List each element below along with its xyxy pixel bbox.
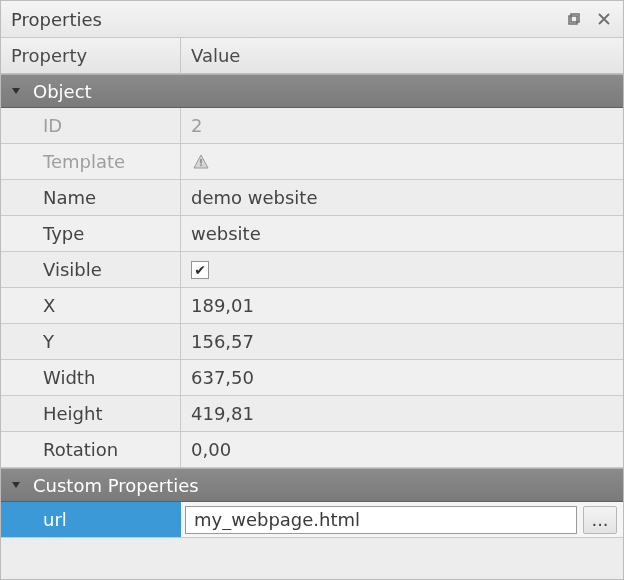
chevron-down-icon — [9, 85, 23, 97]
label-x: X — [1, 288, 181, 323]
label-width: Width — [1, 360, 181, 395]
section-custom-label: Custom Properties — [33, 475, 199, 496]
value-height[interactable]: 419,81 — [181, 396, 623, 431]
url-input[interactable] — [185, 506, 577, 534]
label-rotation: Rotation — [1, 432, 181, 467]
row-template: Template — [1, 144, 623, 180]
custom-rows: url ... — [1, 502, 623, 538]
row-type: Type website — [1, 216, 623, 252]
row-y: Y 156,57 — [1, 324, 623, 360]
warning-icon — [191, 152, 211, 172]
row-height: Height 419,81 — [1, 396, 623, 432]
value-rotation[interactable]: 0,00 — [181, 432, 623, 467]
section-custom[interactable]: Custom Properties — [1, 468, 623, 502]
object-rows: ID 2 Template Name demo website Type web… — [1, 108, 623, 468]
close-icon[interactable] — [593, 8, 615, 30]
value-width[interactable]: 637,50 — [181, 360, 623, 395]
row-width: Width 637,50 — [1, 360, 623, 396]
properties-panel: Properties Property Value Object ID 2 Te… — [0, 0, 624, 580]
titlebar: Properties — [1, 1, 623, 38]
header-value[interactable]: Value — [181, 38, 623, 73]
row-x: X 189,01 — [1, 288, 623, 324]
browse-button[interactable]: ... — [583, 506, 617, 534]
label-url[interactable]: url — [1, 502, 181, 537]
row-rotation: Rotation 0,00 — [1, 432, 623, 468]
section-object[interactable]: Object — [1, 74, 623, 108]
svg-rect-3 — [200, 164, 202, 166]
panel-title: Properties — [11, 9, 555, 30]
row-url: url ... — [1, 502, 623, 538]
label-id: ID — [1, 108, 181, 143]
column-headers: Property Value — [1, 38, 623, 74]
row-name: Name demo website — [1, 180, 623, 216]
label-type: Type — [1, 216, 181, 251]
label-height: Height — [1, 396, 181, 431]
value-template[interactable] — [181, 144, 623, 179]
value-name[interactable]: demo website — [181, 180, 623, 215]
value-url: ... — [181, 502, 623, 537]
value-type[interactable]: website — [181, 216, 623, 251]
value-id: 2 — [181, 108, 623, 143]
row-id: ID 2 — [1, 108, 623, 144]
checkbox-visible[interactable]: ✔ — [191, 261, 209, 279]
svg-rect-0 — [569, 16, 577, 24]
section-object-label: Object — [33, 81, 92, 102]
chevron-down-icon — [9, 479, 23, 491]
label-visible: Visible — [1, 252, 181, 287]
restore-icon[interactable] — [563, 8, 585, 30]
value-y[interactable]: 156,57 — [181, 324, 623, 359]
row-visible: Visible ✔ — [1, 252, 623, 288]
label-template: Template — [1, 144, 181, 179]
svg-rect-1 — [571, 14, 579, 22]
label-name: Name — [1, 180, 181, 215]
value-x[interactable]: 189,01 — [181, 288, 623, 323]
label-y: Y — [1, 324, 181, 359]
header-property[interactable]: Property — [1, 38, 181, 73]
svg-rect-2 — [200, 159, 202, 164]
value-visible[interactable]: ✔ — [181, 252, 623, 287]
